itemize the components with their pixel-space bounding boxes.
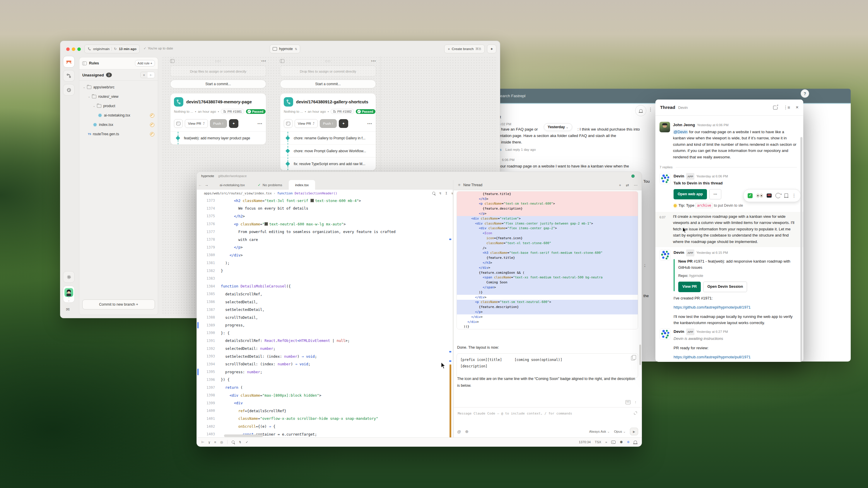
tree-item-ai-notetaking.tsx[interactable]: ai-notetaking.tsx xyxy=(80,111,158,120)
code-line-1392[interactable]: 1392 selectedDetail: number; xyxy=(197,345,453,353)
drag-handle[interactable] xyxy=(284,60,371,62)
code-line-1387[interactable]: 1387 setSelectedDetail, xyxy=(197,305,453,314)
tree-item-routeTree.gen.ts[interactable]: TSrouteTree.gen.ts xyxy=(80,129,158,139)
commit-to-new-branch-button[interactable]: Commit to new branch + xyxy=(82,299,155,310)
feedback-icon[interactable]: ✉ xyxy=(66,307,70,312)
assign-button[interactable]: + xyxy=(174,119,183,128)
code-line-1389[interactable]: 1389 progress, xyxy=(197,321,453,329)
drag-handle[interactable] xyxy=(175,60,261,62)
rail-workspace-button[interactable] xyxy=(63,56,75,68)
code-line-1400[interactable]: 1400 ref={detailsScrollRef} xyxy=(197,407,453,415)
code-line-1402[interactable]: 1402 onScroll={(e) ⇒ { xyxy=(197,422,453,430)
code-line-1381[interactable]: 1381 ); xyxy=(197,259,453,267)
avatar[interactable] xyxy=(659,122,670,132)
branch-card[interactable]: devin/1764380912-gallery-shortcutsNothin… xyxy=(280,93,376,171)
new-thread-icon[interactable]: + xyxy=(619,183,621,187)
terminal-icon[interactable]: >_ xyxy=(611,441,616,444)
minimize-button[interactable] xyxy=(72,47,75,51)
zoom-button[interactable] xyxy=(77,47,81,51)
collapse-lane-icon[interactable] xyxy=(280,59,284,63)
devin-avatar[interactable] xyxy=(659,173,671,184)
mention[interactable]: @Devin xyxy=(673,130,688,134)
code-line-1382[interactable]: 1382} xyxy=(197,267,453,274)
code-line-1384[interactable]: 1384function DetailsMobileCarousel({ xyxy=(197,283,453,290)
card-menu-icon[interactable]: ••• xyxy=(367,122,372,126)
code-line-1395[interactable]: 1395 progress: number; xyxy=(197,368,453,376)
rail-settings-button[interactable] xyxy=(63,271,75,283)
code-line-1388[interactable]: 1388 scrollToDetail, xyxy=(197,314,453,321)
bookmark-icon[interactable] xyxy=(784,194,788,198)
start-commit-button[interactable]: Start a commit... xyxy=(280,79,376,89)
horizontal-scrollbar[interactable] xyxy=(224,434,263,437)
rail-history-button[interactable] xyxy=(63,84,75,96)
drop-zone[interactable]: Drop files to assign or commit directly xyxy=(280,66,376,77)
sparkle-icon[interactable]: ✲ xyxy=(627,440,630,444)
push-button[interactable]: Push ↑ xyxy=(320,119,337,128)
ai-actions-button[interactable]: ✦ xyxy=(487,44,496,53)
code-line-1386[interactable]: 1386 selectedDetail, xyxy=(197,298,453,306)
ai-commit-button[interactable]: ✦ xyxy=(229,119,238,128)
outline-icon[interactable]: ≡ xyxy=(214,440,216,444)
pr-link[interactable]: https://github.com/fastrepl/hyprnote/pul… xyxy=(674,305,750,310)
send-button[interactable]: ▶ xyxy=(630,428,638,435)
code-line-1393[interactable]: 1393 setSelectedDetail: (index: number) … xyxy=(197,353,453,360)
code-line-1396[interactable]: 1396}) { xyxy=(197,376,453,384)
code-line-1401[interactable]: 1401 className="overflow-x-auto scrollba… xyxy=(197,415,453,423)
code-line-1385[interactable]: 1385 detailsScrollRef, xyxy=(197,290,453,298)
permission-select[interactable]: Always Ask ⌄ xyxy=(589,429,610,433)
assistant-scrollbar[interactable] xyxy=(639,345,641,365)
rail-account-button[interactable]: ⌃⌄ xyxy=(63,286,75,303)
view-pr-button[interactable]: View PR ⤴ xyxy=(294,119,318,128)
devin-avatar[interactable] xyxy=(659,328,671,339)
open-devin-session-button[interactable]: Open Devin Session xyxy=(703,282,747,292)
more-icon[interactable]: ⋯ xyxy=(634,183,638,187)
bug-icon[interactable]: ⚉ xyxy=(620,440,623,444)
close-button[interactable] xyxy=(66,47,70,51)
start-commit-button[interactable]: Start a commit... xyxy=(170,79,266,89)
code-editor[interactable]: 1373 <h2 className="text-3xl font-serif … xyxy=(197,197,453,437)
scroll-top-icon[interactable]: ↑ xyxy=(634,400,637,404)
back-icon[interactable]: ← xyxy=(197,183,203,187)
open-web-app-button[interactable]: Open web app xyxy=(674,189,707,200)
markdown-file-icon[interactable]: MD xyxy=(625,400,630,404)
close-icon[interactable]: × xyxy=(796,104,799,110)
open-in-window-icon[interactable] xyxy=(773,106,777,109)
add-rule-button[interactable]: Add rule + xyxy=(135,60,155,66)
code-line-1398[interactable]: 1398 <div className="max-[800px]:block h… xyxy=(197,391,453,399)
commit-row[interactable]: feat(web): add memory layer product page xyxy=(170,132,266,144)
commit-row[interactable]: chore: move Prompt Gallery above Workflo… xyxy=(280,144,376,158)
bell-icon[interactable] xyxy=(634,441,637,444)
forward-icon[interactable]: → xyxy=(203,183,210,187)
context-icon[interactable]: ⊕ xyxy=(465,429,469,434)
user-icon[interactable]: ◎ xyxy=(220,440,223,444)
code-line-1394[interactable]: 1394 scrollToDetail: (index: number) ⇒ v… xyxy=(197,360,453,368)
branch-icon[interactable]: ɣ xyxy=(209,440,210,444)
code-line-1376[interactable]: 1376 <p className="text-neutral-600 max-… xyxy=(197,220,453,228)
pr-pill[interactable]: PR #1981 xyxy=(221,109,244,114)
editor-titlebar[interactable]: hyprnote gitbutler/workspace xyxy=(197,172,642,180)
pr-pill[interactable]: PR #1982 xyxy=(331,109,354,114)
project-switcher[interactable]: hyprnote⇅ xyxy=(270,44,300,53)
code-line-1383[interactable]: 1383 xyxy=(197,274,453,283)
thread-list-icon[interactable]: ⇄ xyxy=(626,183,629,187)
at-icon[interactable]: @ xyxy=(457,429,461,434)
devin-avatar[interactable] xyxy=(659,250,671,261)
tree-item-product[interactable]: ⌄product xyxy=(80,101,158,111)
tree-item-apps/web/src[interactable]: ⌄apps/web/src xyxy=(80,83,158,92)
push-button[interactable]: Push ↑ xyxy=(210,119,227,128)
more-actions-icon[interactable]: ⋮ xyxy=(792,192,796,199)
search-icon[interactable] xyxy=(432,192,435,195)
diff-block[interactable]: {feature.title} </h3> <p className="text… xyxy=(457,191,638,329)
prettier-icon[interactable]: » xyxy=(605,440,607,444)
tab-index-tsx[interactable]: index.tsx xyxy=(289,180,315,190)
code-line-1380[interactable]: 1380 </div> xyxy=(197,251,453,259)
tree-item-index.tsx[interactable]: index.tsx xyxy=(80,120,158,129)
commit-row[interactable]: chore: rename Gallery to Prompt Gallery … xyxy=(280,132,376,144)
base-branch-pill[interactable]: origin/main ↻13 min ago xyxy=(84,44,140,53)
thread-scrollbar[interactable] xyxy=(800,137,802,362)
more-button[interactable]: ⋯ xyxy=(709,189,721,200)
thread-message[interactable]: 6:07I'll create a responsive roadmap pag… xyxy=(655,212,803,247)
commit-row[interactable]: fix: resolve TypeScript errors and add r… xyxy=(280,158,376,170)
zap-icon[interactable]: ↯ xyxy=(439,191,441,195)
lane-menu-icon[interactable]: ••• xyxy=(371,59,376,63)
